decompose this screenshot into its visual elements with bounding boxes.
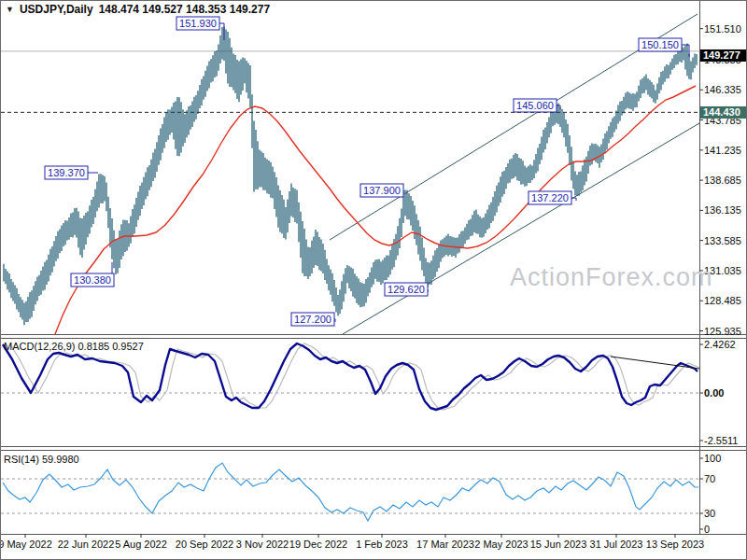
annotation-price-label: 139.370 (48, 167, 85, 178)
price-annotation[interactable]: 129.620 (385, 283, 428, 296)
annotation-price-label: 150.150 (641, 39, 679, 50)
macd-main-line (3, 343, 698, 410)
macd-axis-label: 0.00 (704, 387, 724, 399)
annotation-price-label: 130.380 (74, 274, 111, 286)
annotation-price-label: 127.200 (294, 314, 331, 325)
chart-window: 151.930150.150145.060139.370137.900137.2… (0, 0, 747, 560)
annotation-connector (571, 198, 576, 201)
price-axis-label: 151.510 (704, 23, 741, 35)
chart-title-ohlc: 148.474 149.527 148.353 149.277 (99, 3, 271, 16)
symbol-dropdown-icon[interactable]: ▼ (6, 6, 14, 14)
date-axis-label: 19 Dec 2022 (289, 539, 347, 550)
price-annotation[interactable]: 137.220 (529, 191, 576, 204)
moving-average-line (55, 86, 696, 334)
trend-channel-line-1[interactable] (343, 123, 699, 334)
price-annotation[interactable]: 145.060 (514, 99, 560, 112)
date-axis-label: 3 Nov 2022 (236, 539, 289, 550)
price-axis-label: 146.335 (704, 84, 741, 95)
date-axis-label: 2 May 2023 (474, 539, 528, 550)
annotation-price-label: 137.900 (363, 185, 401, 196)
price-axis-label: 141.235 (704, 145, 741, 156)
macd-signal-line (10, 343, 705, 410)
price-axis-label: 136.135 (704, 204, 741, 216)
date-axis-label: 17 Mar 2023 (416, 539, 474, 550)
annotation-price-label: 129.620 (388, 284, 425, 295)
rsi-pane[interactable] (1, 463, 699, 521)
date-axis-label: 9 May 2022 (1, 539, 52, 550)
price-annotation[interactable]: 130.380 (71, 262, 114, 287)
date-axis-label: 20 Sep 2022 (176, 539, 233, 550)
date-axis-label: 15 Jun 2023 (530, 539, 587, 550)
chart-title-row: ▼ USDJPY,Daily 148.474 149.527 148.353 1… (6, 3, 270, 16)
macd-pane[interactable] (1, 343, 705, 410)
price-annotation[interactable]: 137.900 (360, 184, 403, 197)
rsi-line (3, 463, 698, 521)
price-axis-label: 128.485 (704, 295, 741, 306)
rsi-axis-label: 70 (704, 473, 715, 484)
macd-axis-label: -2.5511 (704, 435, 739, 446)
marked-level-tag: 144.430 (700, 106, 747, 119)
watermark: ActionForex.com (510, 263, 713, 292)
price-annotation[interactable]: 127.200 (291, 313, 335, 326)
price-axis-label: 125.935 (704, 326, 741, 337)
date-axis-label: 1 Feb 2023 (356, 539, 408, 550)
annotation-price-label: 145.060 (516, 100, 554, 111)
rsi-axis-label: 100 (704, 453, 721, 464)
macd-indicator-label: MACD(12,26,9) 0.8185 0.9527 (4, 341, 144, 352)
macd-axis-label: 2.4262 (704, 339, 736, 350)
current-price-tag: 149.277 (700, 49, 747, 62)
price-axis-label: 133.585 (704, 235, 741, 246)
date-axis-label: 5 Aug 2022 (115, 539, 167, 550)
rsi-indicator-label: RSI(14) 59.9980 (4, 454, 79, 465)
date-axis-label: 31 Jul 2023 (590, 539, 643, 550)
annotation-price-label: 137.220 (531, 192, 569, 203)
date-axis-label: 22 Jun 2022 (58, 539, 115, 550)
price-annotation[interactable]: 139.370 (45, 166, 98, 179)
annotation-price-label: 151.930 (179, 18, 217, 29)
date-axis-label: 13 Sep 2023 (646, 539, 704, 550)
price-annotation[interactable]: 151.930 (176, 17, 224, 40)
rsi-axis-label: 30 (704, 508, 715, 519)
rsi-axis-label: 0 (704, 524, 710, 535)
chart-title-symbol: USDJPY,Daily (20, 3, 93, 16)
macd-trendline[interactable] (611, 357, 699, 369)
price-axis-label: 138.685 (704, 175, 741, 186)
